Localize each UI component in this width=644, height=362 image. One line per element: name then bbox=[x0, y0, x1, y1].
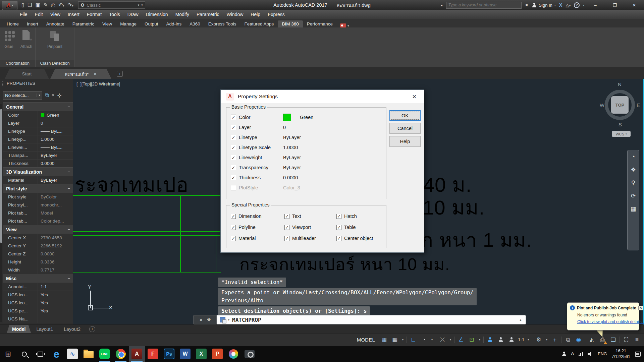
checkbox[interactable] bbox=[284, 214, 289, 219]
menu-item[interactable]: Edit bbox=[31, 10, 47, 19]
word-icon[interactable]: W bbox=[177, 346, 193, 362]
steering-wheel-icon[interactable]: ◔ bbox=[632, 154, 635, 160]
property-row[interactable]: Transpa... ByLayer bbox=[3, 151, 73, 159]
people-icon[interactable] bbox=[562, 352, 567, 357]
isolate-objects-icon[interactable]: ⧉ bbox=[564, 335, 572, 345]
checkbox[interactable] bbox=[231, 115, 236, 120]
menu-item[interactable]: Insert bbox=[64, 10, 83, 19]
ok-button[interactable]: OK bbox=[389, 110, 421, 121]
property-row[interactable]: Linetype —— ByL... bbox=[3, 127, 73, 135]
volume-icon[interactable] bbox=[588, 352, 593, 356]
property-row[interactable]: Center X 2780.4658 bbox=[3, 234, 73, 242]
scale-dropdown[interactable]: ▾ bbox=[527, 335, 530, 345]
viewport-controls-label[interactable]: [−][Top][2D Wireframe] bbox=[76, 81, 120, 86]
property-row[interactable]: UCS ico... Yes bbox=[3, 299, 73, 307]
tab-active-document[interactable]: สะพานแก้ว* ✕ bbox=[50, 69, 111, 79]
property-row[interactable]: UCS Na... bbox=[3, 315, 73, 323]
search-icon[interactable]: ⚭ bbox=[525, 2, 529, 8]
menu-item[interactable]: Modify bbox=[172, 10, 193, 19]
menu-item[interactable]: Dimension bbox=[142, 10, 172, 19]
section-header[interactable]: Plot style − bbox=[3, 184, 73, 193]
expand-arrow-icon[interactable]: ▸ bbox=[441, 3, 443, 7]
camera-icon[interactable] bbox=[241, 346, 258, 362]
menu-item[interactable]: Tools bbox=[105, 10, 124, 19]
checkbox[interactable] bbox=[284, 225, 289, 230]
plot-icon[interactable]: ⎙ bbox=[51, 2, 55, 8]
hardware-acceleration-icon[interactable]: ◉ bbox=[574, 335, 583, 345]
ribbon-tab[interactable]: View bbox=[98, 20, 116, 27]
hidden-icons-chevron[interactable]: ^ bbox=[571, 351, 574, 357]
ribbon-tab[interactable]: Express Tools bbox=[204, 20, 240, 27]
checkbox[interactable] bbox=[231, 225, 236, 230]
ribbon-button[interactable]: Pinpoint bbox=[48, 29, 62, 49]
palette-scrollbar[interactable] bbox=[0, 104, 2, 322]
ribbon-button[interactable]: Glue bbox=[2, 29, 16, 49]
checkbox[interactable] bbox=[336, 214, 341, 219]
search-button[interactable] bbox=[16, 346, 32, 362]
polar-dropdown[interactable]: ▾ bbox=[430, 335, 434, 345]
orbit-icon[interactable]: ⟳ bbox=[631, 192, 636, 199]
app-menu-button[interactable]: A ▾ bbox=[2, 1, 17, 10]
collapse-icon[interactable]: − bbox=[67, 186, 70, 191]
minimize-button[interactable]: – bbox=[586, 0, 605, 10]
ribbon-extra-icon[interactable] bbox=[340, 23, 346, 27]
property-row[interactable]: Annotat... 1:1 bbox=[3, 283, 73, 291]
menu-item[interactable]: File bbox=[16, 10, 31, 19]
layout-tab[interactable]: Model bbox=[7, 325, 31, 333]
help-button[interactable]: Help bbox=[389, 136, 421, 147]
property-row[interactable]: Plot styl... monochr... bbox=[3, 201, 73, 209]
property-row[interactable]: Material ByLayer bbox=[3, 176, 73, 184]
menu-item[interactable]: Format bbox=[83, 10, 105, 19]
quick-select-icon[interactable]: ⊹ bbox=[57, 92, 61, 99]
wcs-dropdown[interactable]: WCS▾ bbox=[612, 131, 631, 137]
property-row[interactable]: Linewei... —— ByL... bbox=[3, 143, 73, 151]
ribbon-tab[interactable]: Annotate bbox=[42, 20, 68, 27]
notification-link[interactable]: Click to view plot and publish details..… bbox=[577, 319, 636, 324]
new-layout-button[interactable]: + bbox=[89, 326, 95, 332]
tab-start[interactable]: Start bbox=[5, 69, 49, 79]
command-text[interactable]: MATCHPROP bbox=[232, 317, 516, 323]
zoom-icon[interactable]: ⚲ bbox=[631, 179, 635, 186]
history-up-icon[interactable]: ▲ bbox=[519, 318, 522, 322]
save-icon[interactable]: ▣ bbox=[36, 2, 40, 8]
ribbon-tab[interactable]: Output bbox=[141, 20, 162, 27]
search-input[interactable] bbox=[446, 2, 522, 9]
chevron-down-icon[interactable]: ▾ bbox=[347, 24, 349, 27]
menu-item[interactable]: Express bbox=[264, 10, 288, 19]
checkbox[interactable] bbox=[231, 185, 236, 190]
ribbon-tab[interactable]: Parametric bbox=[68, 20, 98, 27]
property-row[interactable]: Linetyp... 1.0000 bbox=[3, 135, 73, 143]
snap-mode-icon[interactable]: ▦ bbox=[390, 335, 399, 345]
dialog-close-icon[interactable]: ✕ bbox=[410, 94, 419, 100]
property-row[interactable]: Height 0.3336 bbox=[3, 258, 73, 266]
photoshop-icon[interactable]: Ps bbox=[161, 346, 177, 362]
help-icon[interactable]: ? bbox=[574, 2, 580, 8]
polar-tracking-icon[interactable]: ◔ bbox=[420, 335, 428, 345]
display-grid-icon[interactable]: ▦ bbox=[380, 335, 388, 345]
property-row[interactable]: UCS ico... Yes bbox=[3, 291, 73, 299]
pan-icon[interactable]: ❖ bbox=[631, 166, 636, 173]
network-icon[interactable] bbox=[579, 352, 583, 356]
dialog-title-bar[interactable]: A Property Settings ✕ bbox=[221, 90, 424, 103]
restore-button[interactable]: ❐ bbox=[605, 0, 625, 10]
workspace-gear-icon[interactable]: ⚙ bbox=[534, 335, 543, 345]
customization-icon[interactable]: ≡ bbox=[633, 335, 641, 345]
toggle-pickadd-icon[interactable]: ⧉ bbox=[45, 92, 49, 98]
ortho-mode-icon[interactable]: ∟ bbox=[409, 335, 418, 345]
ribbon-tab[interactable]: A360 bbox=[185, 20, 204, 27]
show-motion-icon[interactable]: ▦ bbox=[631, 205, 636, 213]
fullscreen-icon[interactable]: ⛶ bbox=[622, 335, 631, 345]
property-row[interactable]: Plot style ByColor bbox=[3, 193, 73, 201]
property-row[interactable]: Center Y 2266.5192 bbox=[3, 242, 73, 250]
ribbon-tab[interactable]: Insert bbox=[23, 20, 42, 27]
customize-wrench-icon[interactable]: ⚒ bbox=[207, 317, 211, 322]
section-header[interactable]: General − bbox=[3, 102, 73, 111]
annotation-scale-person-icon[interactable] bbox=[507, 335, 516, 345]
close-tab-icon[interactable]: ✕ bbox=[93, 72, 97, 76]
selection-dropdown[interactable]: No selecti... ▾ bbox=[3, 91, 42, 100]
exchange-apps-icon[interactable]: X bbox=[559, 2, 562, 8]
collapse-icon[interactable]: − bbox=[67, 169, 70, 174]
menu-item[interactable]: Window bbox=[223, 10, 247, 19]
checkbox[interactable] bbox=[231, 145, 236, 150]
viewcube-top-face[interactable]: TOP bbox=[611, 96, 629, 114]
